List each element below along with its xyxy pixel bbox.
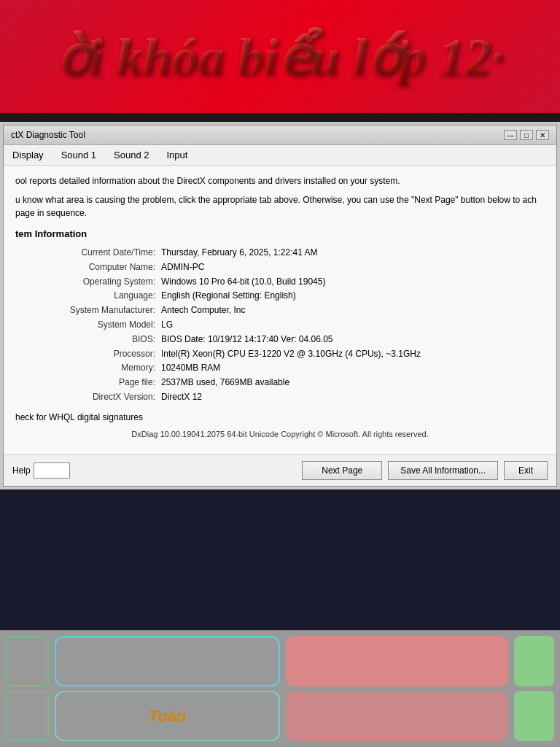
table-row: BIOS: BIOS Date: 10/19/12 14:17:40 Ver: …: [15, 333, 545, 346]
banner-text: ời khóa biểu lớp 12·: [56, 26, 504, 88]
copyright-text: DxDiag 10.00.19041.2075 64-bit Unicode C…: [15, 430, 545, 438]
field-label: Page file:: [15, 376, 161, 389]
top-banner: ời khóa biểu lớp 12·: [0, 0, 560, 113]
exit-button[interactable]: Exit: [504, 461, 548, 480]
field-label: DirectX Version:: [15, 391, 161, 403]
table-row: Current Date/Time: Thursday, February 6,…: [15, 247, 545, 259]
field-label: Computer Name:: [15, 261, 161, 274]
field-label: Memory:: [15, 362, 161, 374]
field-value: 10240MB RAM: [161, 362, 220, 374]
screen-area: ctX Diagnostic Tool — □ ✕ Display Sound …: [0, 122, 560, 489]
separator-bar: [0, 113, 560, 122]
field-label: Language:: [15, 290, 161, 302]
table-row: Page file: 2537MB used, 7669MB available: [15, 376, 545, 389]
field-value: BIOS Date: 10/19/12 14:17:40 Ver: 04.06.…: [161, 333, 333, 346]
bottom-row-2: Toán: [6, 691, 554, 741]
bottom-btn-green-small-1[interactable]: [6, 636, 49, 686]
field-label: System Model:: [15, 319, 161, 331]
close-button[interactable]: ✕: [536, 130, 549, 140]
table-row: Memory: 10240MB RAM: [15, 362, 545, 374]
toan-label: Toán: [149, 707, 187, 726]
field-value: 2537MB used, 7669MB available: [161, 376, 289, 389]
restore-button[interactable]: □: [520, 130, 533, 140]
bottom-btn-pink-solid-1[interactable]: [286, 636, 508, 686]
table-row: System Model: LG: [15, 319, 545, 331]
field-value: DirectX 12: [161, 391, 202, 403]
section-title: tem Information: [15, 228, 545, 239]
field-value: ADMIN-PC: [161, 261, 204, 274]
table-row: DirectX Version: DirectX 12: [15, 391, 545, 403]
next-page-button[interactable]: Next Page: [302, 461, 382, 480]
help-label: Help: [12, 465, 31, 476]
field-label: Operating System:: [15, 276, 161, 288]
field-value: Intel(R) Xeon(R) CPU E3-1220 V2 @ 3.10GH…: [161, 348, 421, 360]
table-row: Operating System: Windows 10 Pro 64-bit …: [15, 276, 545, 288]
table-row: Language: English (Regional Setting: Eng…: [15, 290, 545, 302]
whql-section: heck for WHQL digital signatures: [15, 412, 545, 422]
bottom-row-1: [6, 636, 554, 686]
field-value: Thursday, February 6, 2025, 1:22:41 AM: [161, 247, 318, 259]
bottom-btn-toan[interactable]: Toán: [55, 691, 280, 741]
content-area: ool reports detailed information about t…: [4, 166, 556, 454]
table-row: System Manufacturer: Antech Computer, In…: [15, 304, 545, 317]
field-value: English (Regional Setting: English): [161, 290, 296, 302]
title-bar: ctX Diagnostic Tool — □ ✕: [4, 125, 556, 145]
bottom-btn-green-solid-1[interactable]: [514, 636, 554, 686]
tab-sound2[interactable]: Sound 2: [111, 148, 152, 162]
bottom-btn-blue-outline-1[interactable]: [55, 636, 280, 686]
bottom-btn-green-small-2[interactable]: [6, 691, 49, 741]
tab-input[interactable]: Input: [164, 148, 191, 162]
field-label: System Manufacturer:: [15, 304, 161, 317]
field-label: Current Date/Time:: [15, 247, 161, 259]
menu-tabs: Display Sound 1 Sound 2 Input: [4, 145, 556, 166]
title-bar-controls: — □ ✕: [504, 130, 549, 140]
help-input[interactable]: [34, 462, 70, 479]
save-all-button[interactable]: Save All Information...: [388, 461, 498, 480]
dxtool-window: ctX Diagnostic Tool — □ ✕ Display Sound …: [3, 125, 557, 487]
bottom-btn-green-solid-2[interactable]: [514, 691, 554, 741]
minimize-button[interactable]: —: [504, 130, 517, 140]
bottom-btn-pink-solid-2[interactable]: [286, 691, 508, 741]
field-value: Windows 10 Pro 64-bit (10.0, Build 19045…: [161, 276, 325, 288]
field-value: LG: [161, 319, 173, 331]
button-row: Help Next Page Save All Information... E…: [4, 454, 556, 486]
info-table: Current Date/Time: Thursday, February 6,…: [15, 247, 545, 403]
field-value: Antech Computer, Inc: [161, 304, 245, 317]
help-area: Help: [12, 462, 70, 479]
info-text: ool reports detailed information about t…: [15, 174, 545, 187]
tab-sound1[interactable]: Sound 1: [58, 148, 99, 162]
field-label: BIOS:: [15, 333, 161, 346]
table-row: Computer Name: ADMIN-PC: [15, 261, 545, 274]
help-text: u know what area is causing the problem,…: [15, 193, 545, 220]
window-title: ctX Diagnostic Tool: [11, 130, 85, 140]
table-row: Processor: Intel(R) Xeon(R) CPU E3-1220 …: [15, 348, 545, 360]
tab-display[interactable]: Display: [9, 148, 47, 162]
bottom-area: Toán: [0, 630, 560, 747]
field-label: Processor:: [15, 348, 161, 360]
